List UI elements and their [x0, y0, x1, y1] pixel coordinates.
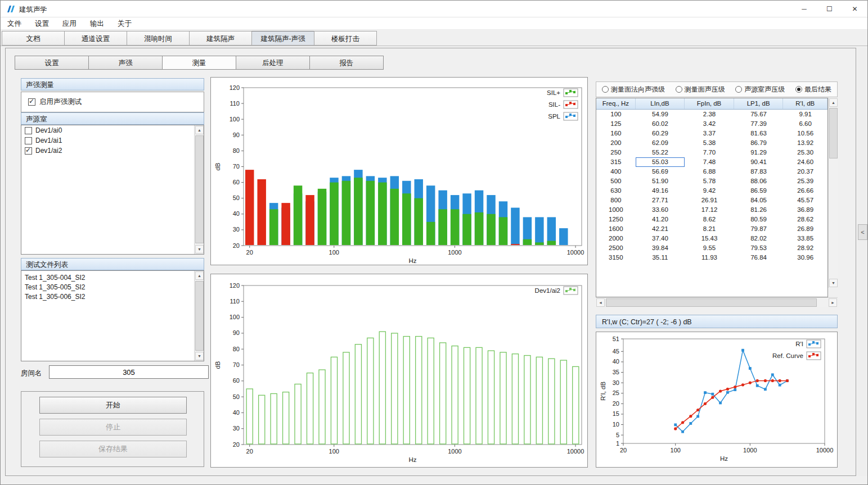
table-row-9[interactable]: 80027.7126.9184.0545.57	[596, 196, 827, 205]
scroll-left-button[interactable]: ◄	[596, 298, 605, 307]
scroll-down-button[interactable]: ▼	[195, 352, 204, 360]
table-row-14[interactable]: 250039.849.5579.5328.92	[596, 243, 827, 253]
sub-tab-0[interactable]: 设置	[15, 56, 89, 70]
scroll-thumb[interactable]	[829, 108, 838, 158]
table-cell[interactable]: 500	[596, 176, 636, 186]
table-cell[interactable]: 630	[596, 186, 636, 196]
table-row-1[interactable]: 12560.023.4277.396.60	[596, 119, 827, 129]
file-item-2[interactable]: Test 1_305-006_SI2	[21, 292, 204, 302]
table-cell[interactable]: 11.93	[685, 253, 734, 262]
table-cell[interactable]: 400	[596, 167, 636, 176]
table-cell[interactable]: 3150	[596, 253, 636, 262]
doc-tab-3[interactable]: 建筑隔声	[189, 31, 252, 46]
table-cell[interactable]: 3.42	[685, 119, 734, 129]
scroll-right-button[interactable]: ►	[829, 298, 837, 307]
table-row-12[interactable]: 160042.218.2179.8726.89	[596, 224, 827, 234]
minimize-button[interactable]: ─	[791, 1, 817, 17]
table-cell[interactable]: 2000	[596, 234, 636, 243]
sub-tab-1[interactable]: 声强	[88, 56, 163, 70]
table-cell[interactable]: 27.71	[636, 196, 685, 205]
channel-checkbox[interactable]	[25, 137, 32, 144]
table-cell[interactable]: 76.84	[734, 253, 784, 262]
table-cell[interactable]: 7.48	[685, 157, 734, 167]
table-cell[interactable]: 20.37	[783, 167, 827, 176]
table-cell[interactable]: 55.22	[636, 148, 685, 157]
table-cell[interactable]: 17.12	[685, 205, 734, 215]
room-name-input[interactable]	[49, 365, 209, 379]
table-cell[interactable]: 7.70	[685, 148, 734, 157]
table-row-13[interactable]: 200037.4015.4382.0233.85	[596, 234, 827, 243]
table-row-7[interactable]: 50051.905.7888.0625.39	[596, 176, 827, 186]
table-cell[interactable]: 2.38	[685, 110, 734, 119]
table-cell[interactable]: 28.92	[783, 243, 827, 253]
table-cell[interactable]: 86.79	[734, 138, 784, 148]
table-cell[interactable]: 33.85	[783, 234, 827, 243]
table-cell[interactable]: 125	[596, 119, 636, 129]
table-cell[interactable]: 87.83	[734, 167, 784, 176]
table-cell[interactable]: 15.43	[685, 234, 734, 243]
table-cell[interactable]: 86.59	[734, 186, 784, 196]
file-list-scrollbar[interactable]: ▲ ▼	[194, 271, 204, 361]
table-row-0[interactable]: 10054.992.3875.679.91	[596, 110, 827, 119]
table-cell[interactable]: 81.26	[734, 205, 784, 215]
table-cell[interactable]: 84.05	[734, 196, 784, 205]
table-cell[interactable]: 88.06	[734, 176, 784, 186]
table-cell[interactable]: 8.62	[685, 215, 734, 224]
start-button[interactable]: 开始	[39, 397, 187, 414]
radio-circle[interactable]	[735, 86, 742, 93]
file-item-0[interactable]: Test 1_305-004_SI2	[21, 273, 204, 283]
table-vscrollbar[interactable]: ▲ ▼	[828, 98, 838, 288]
table-cell[interactable]: 79.53	[734, 243, 784, 253]
table-cell[interactable]: 25.39	[783, 176, 827, 186]
table-cell[interactable]: 45.57	[783, 196, 827, 205]
radio-circle[interactable]	[602, 86, 609, 93]
scroll-down-button[interactable]: ▼	[195, 245, 204, 253]
table-cell[interactable]: 39.84	[636, 243, 685, 253]
table-cell[interactable]: 28.62	[783, 215, 827, 224]
table-cell[interactable]: 82.02	[734, 234, 784, 243]
radio-option-1[interactable]: 测量面声压级	[676, 85, 725, 94]
table-cell[interactable]: 10.56	[783, 129, 827, 138]
table-cell[interactable]: 9.42	[685, 186, 734, 196]
table-cell[interactable]: 75.67	[734, 110, 784, 119]
table-cell[interactable]: 51.90	[636, 176, 685, 186]
table-row-15[interactable]: 315035.1111.9376.8430.96	[596, 253, 827, 262]
table-cell[interactable]: 13.92	[783, 138, 827, 148]
table-cell[interactable]: 200	[596, 138, 636, 148]
menu-item-1[interactable]: 设置	[28, 17, 56, 30]
doc-tab-1[interactable]: 通道设置	[64, 31, 127, 46]
table-row-6[interactable]: 40056.696.8887.8320.37	[596, 167, 827, 176]
menu-item-0[interactable]: 文件	[1, 17, 28, 30]
radio-option-3[interactable]: 最后结果	[795, 85, 831, 94]
table-cell[interactable]: 2500	[596, 243, 636, 253]
table-cell[interactable]: 9.55	[685, 243, 734, 253]
table-cell[interactable]: 42.21	[636, 224, 685, 234]
doc-tab-2[interactable]: 混响时间	[127, 31, 190, 46]
table-row-8[interactable]: 63049.169.4286.5926.66	[596, 186, 827, 196]
sub-tab-2[interactable]: 测量	[162, 56, 236, 70]
sub-tab-3[interactable]: 后处理	[236, 56, 310, 70]
table-cell[interactable]: 24.60	[783, 157, 827, 167]
scroll-up-button[interactable]: ▲	[195, 271, 204, 280]
table-cell[interactable]: 36.89	[783, 205, 827, 215]
table-cell[interactable]: 26.66	[783, 186, 827, 196]
table-cell[interactable]: 35.11	[636, 253, 685, 262]
table-cell[interactable]: 5.38	[685, 138, 734, 148]
table-row-5[interactable]: 31555.037.4890.4124.60	[596, 157, 827, 167]
radio-circle[interactable]	[795, 86, 802, 93]
radio-option-2[interactable]: 声源室声压级	[735, 85, 785, 94]
doc-tab-5[interactable]: 楼板打击	[314, 31, 377, 46]
table-cell[interactable]: 1600	[596, 224, 636, 234]
table-cell[interactable]: 6.60	[783, 119, 827, 129]
table-cell[interactable]: 100	[596, 110, 636, 119]
table-row-2[interactable]: 16060.293.3781.6310.56	[596, 129, 827, 138]
scroll-thumb[interactable]	[195, 281, 204, 351]
maximize-button[interactable]: ☐	[817, 1, 842, 17]
table-cell[interactable]: 41.20	[636, 215, 685, 224]
menu-item-4[interactable]: 关于	[111, 17, 138, 30]
table-cell[interactable]: 55.03	[636, 157, 685, 167]
channel-item-0[interactable]: Dev1/ai0	[21, 125, 204, 135]
table-cell[interactable]: 62.09	[636, 138, 685, 148]
radio-option-0[interactable]: 测量面法向声强级	[602, 85, 665, 94]
save-results-button[interactable]: 保存结果	[39, 441, 187, 457]
